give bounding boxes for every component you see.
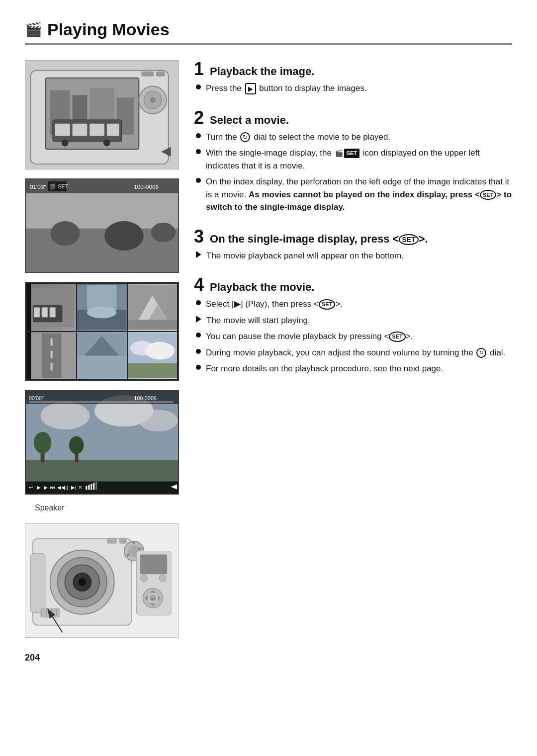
- svg-rect-18: [141, 72, 154, 77]
- step-3-body: The movie playback panel will appear on …: [194, 250, 512, 262]
- svg-rect-19: [156, 72, 165, 77]
- svg-rect-48: [51, 363, 53, 370]
- bullet-dot: [196, 149, 201, 154]
- step-4-bullet-1: Select [▶] (Play), then press <SET>.: [196, 298, 512, 311]
- step-4: 4 Playback the movie. Select [▶] (Play),…: [194, 276, 512, 375]
- svg-text:01'03": 01'03": [30, 183, 46, 190]
- svg-point-39: [87, 307, 117, 319]
- svg-rect-34: [42, 308, 48, 318]
- svg-point-62: [34, 432, 52, 453]
- svg-text:P: P: [127, 553, 130, 557]
- svg-point-109: [159, 575, 166, 582]
- step-1-header: 1 Playback the image.: [194, 60, 512, 78]
- svg-point-12: [62, 140, 69, 147]
- step-4-bullet-5: For more details on the playback procedu…: [196, 362, 512, 375]
- step-2-bullet-2: With the single-image display, the 🎬SET …: [196, 147, 512, 172]
- page-number: 204: [25, 653, 512, 663]
- main-content: 01'03" 🎬 SET 100-0006: [25, 60, 512, 638]
- camera-body-image: M Av P SET: [25, 523, 179, 638]
- page-title-bar: 🎬 Playing Movies: [25, 20, 512, 45]
- step-4-bullet-4-text: During movie playback, you can adjust th…: [206, 346, 512, 359]
- step-4-bullet-2: The movie will start playing.: [196, 314, 512, 327]
- svg-text:Av: Av: [138, 546, 143, 550]
- step-3: 3 On the single-image display, press <SE…: [194, 228, 512, 262]
- svg-rect-80: [90, 484, 92, 490]
- svg-rect-43: [128, 320, 177, 330]
- bullet-dot: [196, 349, 201, 354]
- step-2-bullet-2-text: With the single-image display, the 🎬SET …: [206, 147, 512, 172]
- step-2-number: 2: [194, 109, 204, 127]
- svg-text:00'00": 00'00": [29, 395, 44, 401]
- svg-point-57: [41, 402, 90, 429]
- arrow-bullet: [196, 251, 201, 258]
- svg-text:↩: ↩: [29, 485, 33, 490]
- svg-rect-9: [73, 124, 88, 136]
- svg-text:▶|: ▶|: [71, 485, 77, 490]
- step-4-number: 4: [194, 276, 204, 294]
- left-column: 01'03" 🎬 SET 100-0006: [25, 60, 179, 638]
- step-4-bullet-4: During movie playback, you can adjust th…: [196, 346, 512, 359]
- step-1-bullet-1-text: Press the ▶ button to display the images…: [206, 82, 512, 95]
- step-2: 2 Select a movie. Turn the ↻ dial to sel…: [194, 109, 512, 214]
- svg-text:🎬 SET: 🎬 SET: [49, 183, 68, 190]
- bullet-dot: [196, 365, 201, 370]
- svg-text:M: M: [132, 540, 135, 544]
- step-2-bullet-3: On the index display, the perforation on…: [196, 175, 512, 214]
- bullet-dot: [196, 84, 201, 89]
- bullet-dot: [196, 333, 201, 337]
- svg-rect-99: [140, 554, 168, 574]
- svg-rect-69: [26, 482, 178, 495]
- svg-text:SET: SET: [150, 597, 156, 600]
- step-4-body: Select [▶] (Play), then press <SET>. The…: [194, 298, 512, 375]
- svg-rect-85: [30, 553, 45, 612]
- svg-rect-78: [86, 486, 87, 490]
- svg-rect-50: [77, 356, 126, 378]
- svg-rect-79: [88, 485, 90, 490]
- index-display: [25, 282, 179, 381]
- svg-text:✕: ✕: [78, 485, 82, 490]
- step-3-number: 3: [194, 228, 204, 246]
- step-4-bullet-1-text: Select [▶] (Play), then press <SET>.: [206, 298, 512, 311]
- svg-rect-81: [93, 483, 94, 490]
- step-3-title: On the single-image display, press <SET>…: [210, 233, 428, 246]
- svg-point-54: [145, 342, 175, 360]
- thumb-1: [27, 284, 76, 331]
- svg-point-90: [78, 578, 86, 586]
- step-2-body: Turn the ↻ dial to select the movie to b…: [194, 131, 512, 214]
- step-2-bullet-3-text: On the index display, the perforation on…: [206, 175, 512, 214]
- step-2-header: 2 Select a movie.: [194, 109, 512, 127]
- svg-rect-37: [87, 285, 117, 310]
- right-column: 1 Playback the image. Press the ▶ button…: [194, 60, 512, 638]
- thumb-2: [77, 284, 126, 331]
- step-4-bullet-2-text: The movie will start playing.: [206, 314, 512, 327]
- page-title: Playing Movies: [47, 20, 170, 39]
- svg-text:▶: ▶: [44, 485, 48, 490]
- thumb-6: [128, 332, 177, 379]
- thumb-5: [77, 332, 126, 379]
- step-2-bullet-1-text: Turn the ↻ dial to select the movie to b…: [206, 131, 512, 144]
- svg-text:|||: |||: [64, 485, 68, 490]
- step-1-body: Press the ▶ button to display the images…: [194, 82, 512, 95]
- svg-rect-10: [90, 124, 104, 136]
- svg-point-25: [151, 223, 176, 242]
- bullet-dot: [196, 133, 201, 138]
- bullet-dot: [196, 300, 201, 305]
- svg-rect-110: [40, 608, 60, 618]
- svg-point-13: [103, 140, 110, 147]
- step-4-header: 4 Playback the movie.: [194, 276, 512, 294]
- step-3-bullet-1: The movie playback panel will appear on …: [196, 250, 512, 262]
- svg-point-16: [150, 97, 156, 103]
- step-1-number: 1: [194, 60, 204, 78]
- single-image-display: 01'03" 🎬 SET 100-0006: [25, 178, 179, 273]
- svg-rect-35: [50, 308, 56, 318]
- thumb-4: [27, 332, 76, 379]
- svg-rect-11: [107, 124, 119, 136]
- step-4-bullet-3: You can pause the movie playback by pres…: [196, 330, 512, 343]
- step-1-bullet-1: Press the ▶ button to display the images…: [196, 82, 512, 95]
- step-1: 1 Playback the image. Press the ▶ button…: [194, 60, 512, 95]
- svg-point-59: [139, 410, 178, 431]
- step-3-bullet-1-text: The movie playback panel will appear on …: [206, 250, 512, 262]
- svg-rect-8: [55, 124, 70, 136]
- svg-point-64: [69, 436, 84, 454]
- svg-point-108: [140, 575, 147, 582]
